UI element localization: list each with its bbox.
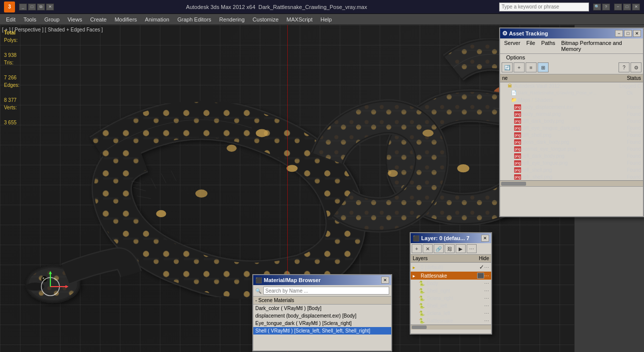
at-close-btn[interactable]: ✕ (633, 30, 641, 37)
lw-layer-icon-shellright: 🐍 (419, 288, 426, 294)
at-menu-file[interactable]: File (523, 39, 538, 52)
mb-item-2[interactable]: Eye_tongue_dark ( VRayMtl ) [Sclera_righ… (253, 320, 391, 327)
at-horizontal-scrollbar[interactable] (500, 180, 643, 186)
at-options-label[interactable]: Options (503, 54, 528, 61)
lw-delete-tool[interactable]: ✕ (423, 244, 433, 253)
lw-row-rattlesnake-child[interactable]: 🐍 Rattlesnake ⋯ (411, 317, 491, 325)
maximize-btn[interactable]: □ (28, 3, 36, 10)
at-settings-tool[interactable]: ⚙ (631, 62, 642, 72)
at-row-map-4[interactable]: png diff_shell.png Found (500, 131, 643, 138)
at-row-map-5[interactable]: png gloss_dark_body.png Found (500, 138, 643, 145)
menu-edit[interactable]: Edit (2, 15, 19, 23)
svg-line-29 (133, 187, 146, 191)
menu-group[interactable]: Group (40, 15, 64, 23)
at-row-maps-folder[interactable]: 📁 Maps / Shaders (500, 96, 643, 103)
lw-link-tool[interactable]: 🔗 (434, 244, 444, 253)
menu-maxscript[interactable]: MAXScript (283, 15, 317, 23)
menu-tools[interactable]: Tools (19, 15, 40, 23)
at-add-tool[interactable]: + (514, 62, 525, 72)
lw-row-shellright[interactable]: 🐍 Shell_right ⋯ (411, 287, 491, 295)
win-close-btn[interactable]: ✕ (632, 3, 640, 10)
lw-col-layers: Layers (413, 256, 428, 261)
menu-help[interactable]: Help (317, 15, 336, 23)
at-list-tool[interactable]: ≡ (526, 62, 537, 72)
lw-select-tool[interactable]: ▶ (456, 244, 466, 253)
at-row-map-7[interactable]: png refl_dark_body.png Found (500, 152, 643, 159)
at-refresh-tool[interactable]: 🔄 (502, 62, 513, 72)
lw-row-body[interactable]: 🐍 Body ⋯ (411, 280, 491, 287)
lw-close-btn[interactable]: ✕ (481, 235, 489, 242)
svg-line-26 (161, 173, 166, 183)
at-map-icon: png (514, 104, 521, 110)
at-menu-bitmap[interactable]: Bitmap Performance and Memory (558, 39, 642, 52)
at-grid-tool[interactable]: ⊞ (538, 62, 549, 72)
at-menu-paths[interactable]: Paths (538, 39, 558, 52)
at-map-icon-8: png (514, 160, 521, 166)
lw-horizontal-scrollbar[interactable] (411, 325, 491, 330)
at-row-vault[interactable]: 🏛 Autodesk Vault 2012 Logged C (500, 82, 643, 89)
at-title: ⚙ Asset Tracking (502, 30, 548, 37)
mb-close-btn[interactable]: ✕ (381, 277, 389, 284)
mb-item-0[interactable]: Dark_color ( VRayMtl ) [Body] (253, 305, 391, 312)
mb-item-3[interactable]: Shell ( VRayMtl ) [Sclera_left, Shell_le… (253, 327, 391, 335)
win-max-btn[interactable]: □ (623, 3, 631, 10)
lw-row-default[interactable]: ▸ 0 (default) ✓ ⋯ (411, 263, 491, 272)
mb-item-1[interactable]: displacement (body_displacement.exr) [Bo… (253, 312, 391, 320)
menu-views[interactable]: Views (63, 15, 86, 23)
close-app-btn[interactable]: ✕ (46, 3, 54, 10)
at-toolbar: 🔄 + ≡ ⊞ ? ⚙ (500, 61, 643, 74)
win-min-btn[interactable]: − (614, 3, 622, 10)
lw-row-name-shellleft: Shell_left (427, 303, 484, 309)
search-icon[interactable]: 🔍 (593, 3, 601, 10)
at-maximize-btn[interactable]: □ (624, 30, 632, 37)
menu-modifiers[interactable]: Modifiers (110, 15, 141, 23)
at-map-name-1: body_normal.png (522, 111, 606, 117)
at-help-tool[interactable]: ? (619, 62, 630, 72)
at-row-map-2[interactable]: png diff_dark_body.png Found (500, 117, 643, 124)
menu-create[interactable]: Create (86, 15, 110, 23)
lw-add-tool[interactable]: + (412, 244, 422, 253)
lw-row-name-scleraleft: Sclera_left (427, 311, 484, 316)
lw-layer-icon-shellleft: 🐍 (419, 303, 426, 309)
at-row-maps-name: Maps / Shaders (518, 97, 606, 103)
mb-search-input[interactable] (263, 287, 389, 295)
menu-animation[interactable]: Animation (141, 15, 173, 23)
menu-customize[interactable]: Customize (249, 15, 283, 23)
at-row-map-6[interactable]: png normal_eye_tongue.png Found (500, 145, 643, 152)
menu-graph-editors[interactable]: Graph Editors (173, 15, 215, 23)
at-folder-icon: 📁 (510, 97, 517, 103)
at-row-map-1[interactable]: png body_normal.png Found (500, 110, 643, 117)
keyword-search-input[interactable] (499, 2, 589, 11)
svg-line-27 (171, 171, 176, 181)
at-menu-server[interactable]: Server (501, 39, 523, 52)
lw-row-shellleft[interactable]: 🐍 Shell_left ⋯ (411, 302, 491, 310)
at-minimize-btn[interactable]: − (615, 30, 623, 37)
lw-row-scleraright[interactable]: 🐍 Sclera_right ⋯ (411, 295, 491, 302)
at-row-map-0[interactable]: png body_displacement.exr Found (500, 103, 643, 110)
at-map-icon-3: png (514, 125, 521, 131)
at-row-map-9[interactable]: png refl_shell.png Found (500, 166, 643, 173)
lw-row-name-0: 0 (default) (421, 265, 479, 270)
at-map-status-4: Found (606, 132, 641, 138)
at-map-status-8: Found (606, 160, 641, 166)
lw-more-tool[interactable]: ⋯ (467, 244, 477, 253)
menu-rendering[interactable]: Rendering (215, 15, 249, 23)
at-row-maxfile-status: Ok (598, 90, 633, 96)
lw-row-name-1: Rattlesnake (421, 273, 477, 279)
at-row-map-8[interactable]: png refl_eye_tongue.png Found (500, 159, 643, 166)
minimize-btn[interactable]: _ (19, 3, 27, 10)
lw-layer-icon-1: ▸ (413, 273, 420, 279)
lw-row-rattlesnake[interactable]: ▸ Rattlesnake ⋯ (411, 272, 491, 280)
help-icon[interactable]: ? (602, 3, 610, 10)
at-map-icon-2: png (514, 118, 521, 124)
lw-row-scleraleft[interactable]: 🐍 Sclera_left ⋯ (411, 310, 491, 317)
at-map-name-6: normal_eye_tongue.png (522, 146, 606, 152)
lw-col-hide: Hide (479, 256, 489, 261)
lw-unlink-tool[interactable]: ⛓ (445, 244, 455, 253)
at-map-icon-7: png (514, 153, 521, 159)
at-row-map-10[interactable]: png refr_shell.png Found (500, 173, 643, 180)
at-row-map-3[interactable]: png diff_eye_tongue_dark.png Found (500, 124, 643, 131)
restore-btn[interactable]: ⧉ (37, 3, 45, 10)
lw-dots-scleraleft: ⋯ (484, 311, 489, 316)
at-row-maxfile[interactable]: 📄 Dark_Rattlesnake_Crawling_Pose_vray.ma… (500, 89, 643, 96)
